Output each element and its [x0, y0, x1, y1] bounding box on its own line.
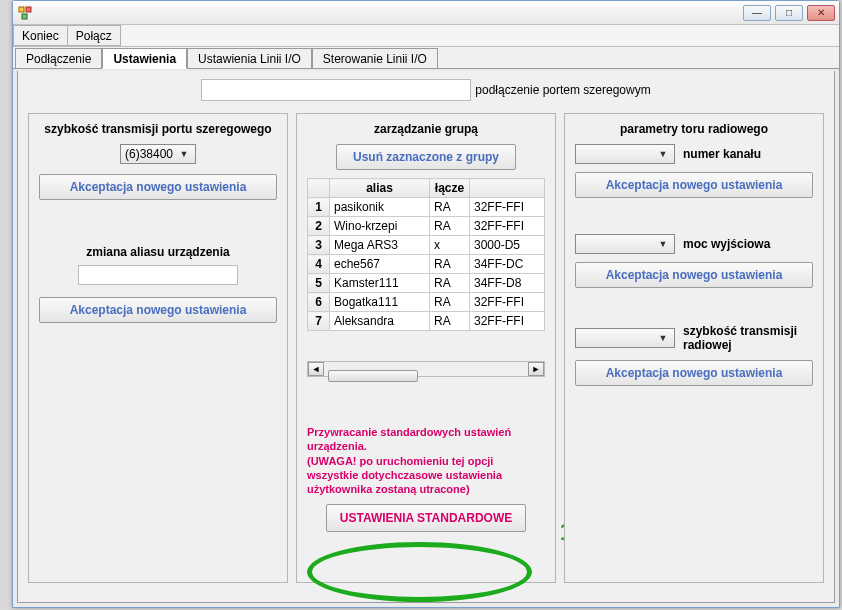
- row-number: 7: [308, 312, 330, 331]
- row-number: 3: [308, 236, 330, 255]
- serial-speed-title: szybkość transmisji portu szeregowego: [39, 122, 277, 136]
- row-number: 6: [308, 293, 330, 312]
- cell-alias[interactable]: Aleksandra: [330, 312, 430, 331]
- table-row[interactable]: 5Kamster111RA34FF-D8: [308, 274, 545, 293]
- svg-rect-2: [22, 14, 27, 19]
- chevron-down-icon: ▼: [656, 333, 670, 343]
- chevron-down-icon: ▼: [656, 239, 670, 249]
- baud-selected: (6)38400: [125, 147, 173, 161]
- chevron-down-icon: ▼: [177, 149, 191, 159]
- svg-rect-1: [26, 7, 31, 12]
- baud-dropdown[interactable]: (6)38400 ▼: [120, 144, 196, 164]
- cell-extra[interactable]: 32FF-FFI: [470, 312, 545, 331]
- cell-extra[interactable]: 34FF-DC: [470, 255, 545, 274]
- header-row: podłączenie portem szeregowym: [18, 71, 834, 107]
- app-window: — □ ✕ Koniec Połącz Podłączenie Ustawien…: [12, 0, 840, 608]
- remove-selected-button[interactable]: Usuń zaznaczone z grupy: [336, 144, 516, 170]
- svg-rect-0: [19, 7, 24, 12]
- accept-power-button[interactable]: Akceptacja nowego ustawienia: [575, 262, 813, 288]
- accept-channel-button[interactable]: Akceptacja nowego ustawienia: [575, 172, 813, 198]
- table-row[interactable]: 6Bogatka111RA32FF-FFI: [308, 293, 545, 312]
- row-number: 2: [308, 217, 330, 236]
- restore-defaults-button[interactable]: USTAWIENIA STANDARDOWE: [326, 504, 526, 532]
- table-row[interactable]: 4eche567RA34FF-DC: [308, 255, 545, 274]
- minimize-button[interactable]: —: [743, 5, 771, 21]
- cell-lacze[interactable]: RA: [430, 217, 470, 236]
- channel-label: numer kanału: [683, 147, 813, 161]
- grid-header-lacze: łącze: [430, 179, 470, 198]
- accept-baud-button[interactable]: Akceptacja nowego ustawienia: [39, 174, 277, 200]
- header-label: podłączenie portem szeregowym: [475, 83, 650, 97]
- close-button[interactable]: ✕: [807, 5, 835, 21]
- grid-header-extra: [470, 179, 545, 198]
- cell-extra[interactable]: 3000-D5: [470, 236, 545, 255]
- table-row[interactable]: 2Wino-krzepiRA32FF-FFI: [308, 217, 545, 236]
- cell-lacze[interactable]: RA: [430, 255, 470, 274]
- warning-line-1: Przywracanie standardowych ustawień urzą…: [307, 425, 545, 454]
- tab-ustawienia[interactable]: Ustawienia: [102, 48, 187, 69]
- scroll-thumb[interactable]: [328, 370, 418, 382]
- warning-line-2: (UWAGA! po uruchomieniu tej opcji wszyst…: [307, 454, 545, 497]
- row-number: 1: [308, 198, 330, 217]
- cell-extra[interactable]: 32FF-FFI: [470, 217, 545, 236]
- menu-polacz[interactable]: Połącz: [67, 25, 121, 46]
- group-title: zarządzanie grupą: [307, 122, 545, 136]
- panel-serial-speed: szybkość transmisji portu szeregowego (6…: [28, 113, 288, 583]
- cell-extra[interactable]: 32FF-FFI: [470, 198, 545, 217]
- grid-hscrollbar[interactable]: ◄ ►: [307, 361, 545, 377]
- maximize-button[interactable]: □: [775, 5, 803, 21]
- table-row[interactable]: 3Mega ARS3x3000-D5: [308, 236, 545, 255]
- accept-alias-button[interactable]: Akceptacja nowego ustawienia: [39, 297, 277, 323]
- cell-extra[interactable]: 32FF-FFI: [470, 293, 545, 312]
- restore-warning: Przywracanie standardowych ustawień urzą…: [307, 425, 545, 496]
- panel-group: zarządzanie grupą Usuń zaznaczone z grup…: [296, 113, 556, 583]
- tabstrip: Podłączenie Ustawienia Ustawienia Linii …: [13, 47, 839, 69]
- alias-input[interactable]: [78, 265, 238, 285]
- cell-alias[interactable]: eche567: [330, 255, 430, 274]
- grid-header-alias: alias: [330, 179, 430, 198]
- scroll-right-icon[interactable]: ►: [528, 362, 544, 376]
- chevron-down-icon: ▼: [656, 149, 670, 159]
- annotation-circle: [307, 542, 532, 602]
- tab-ustawienia-linii-io[interactable]: Ustawienia Linii I/O: [187, 48, 312, 69]
- menu-koniec[interactable]: Koniec: [13, 25, 68, 46]
- cell-lacze[interactable]: RA: [430, 312, 470, 331]
- table-row[interactable]: 7AleksandraRA32FF-FFI: [308, 312, 545, 331]
- tab-podlaczenie[interactable]: Podłączenie: [15, 48, 102, 69]
- cell-lacze[interactable]: x: [430, 236, 470, 255]
- app-icon: [17, 5, 33, 21]
- table-row[interactable]: 1pasikonikRA32FF-FFI: [308, 198, 545, 217]
- grid-corner: [308, 179, 330, 198]
- row-number: 5: [308, 274, 330, 293]
- row-number: 4: [308, 255, 330, 274]
- radio-title: parametry toru radiowego: [575, 122, 813, 136]
- header-input[interactable]: [201, 79, 471, 101]
- cell-alias[interactable]: pasikonik: [330, 198, 430, 217]
- group-grid-wrap: alias łącze 1pasikonikRA32FF-FFI2Wino-kr…: [307, 178, 545, 331]
- power-dropdown[interactable]: ▼: [575, 234, 675, 254]
- radiospeed-label: szybkość transmisji radiowej: [683, 324, 813, 352]
- accept-radiospeed-button[interactable]: Akceptacja nowego ustawienia: [575, 360, 813, 386]
- scroll-left-icon[interactable]: ◄: [308, 362, 324, 376]
- cell-lacze[interactable]: RA: [430, 293, 470, 312]
- panel-radio: parametry toru radiowego ▼ numer kanału …: [564, 113, 824, 583]
- power-label: moc wyjściowa: [683, 237, 813, 251]
- alias-title: zmiana aliasu urządzenia: [39, 245, 277, 259]
- tab-sterowanie-linii-io[interactable]: Sterowanie Linii I/O: [312, 48, 438, 69]
- cell-extra[interactable]: 34FF-D8: [470, 274, 545, 293]
- channel-dropdown[interactable]: ▼: [575, 144, 675, 164]
- tab-body: podłączenie portem szeregowym szybkość t…: [17, 71, 835, 603]
- cell-lacze[interactable]: RA: [430, 198, 470, 217]
- cell-lacze[interactable]: RA: [430, 274, 470, 293]
- cell-alias[interactable]: Wino-krzepi: [330, 217, 430, 236]
- cell-alias[interactable]: Bogatka111: [330, 293, 430, 312]
- titlebar: — □ ✕: [13, 1, 839, 25]
- cell-alias[interactable]: Mega ARS3: [330, 236, 430, 255]
- radiospeed-dropdown[interactable]: ▼: [575, 328, 675, 348]
- menubar: Koniec Połącz: [13, 25, 839, 47]
- cell-alias[interactable]: Kamster111: [330, 274, 430, 293]
- group-grid[interactable]: alias łącze 1pasikonikRA32FF-FFI2Wino-kr…: [307, 178, 545, 331]
